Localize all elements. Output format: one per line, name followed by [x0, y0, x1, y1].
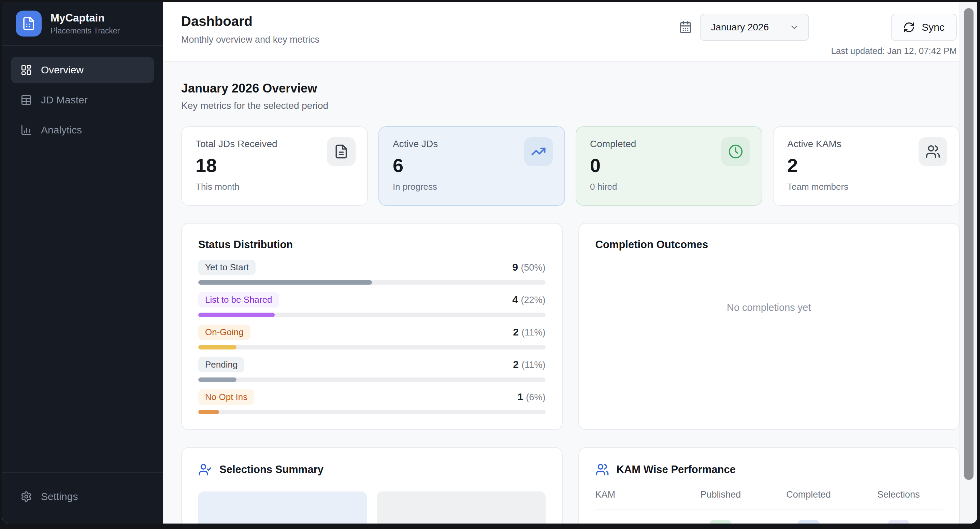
kam-performance-panel: KAM Wise Performance KAM Published Compl… — [578, 447, 960, 524]
column-header-completed: Completed — [762, 489, 854, 510]
column-header-selections: Selections — [854, 489, 942, 510]
users-icon — [595, 463, 609, 476]
file-text-icon — [327, 137, 356, 166]
completed-badge: 0 — [798, 520, 819, 524]
status-bar-fill — [198, 410, 219, 414]
sidebar-item-overview[interactable]: Overview — [11, 57, 154, 83]
status-bar-track — [198, 312, 546, 317]
status-bar-fill — [198, 280, 372, 285]
status-value: 1 (6%) — [517, 391, 545, 403]
status-value: 9 (50%) — [512, 261, 545, 273]
user-check-icon — [198, 463, 212, 476]
overview-title: January 2026 Overview — [181, 81, 959, 96]
metric-card-total-jds: Total JDs Received 18 This month — [181, 126, 368, 206]
sidebar-nav: Overview JD Master Analytics — [2, 46, 163, 472]
status-row: Pending 2 (11%) — [198, 357, 546, 382]
status-badge: On-Going — [198, 325, 250, 340]
selections-summary-panel: Selections Summary 0 Total Selections 0 … — [181, 447, 563, 524]
metric-cards-row: Total JDs Received 18 This month Active … — [181, 126, 959, 206]
metric-footnote: Team members — [787, 182, 945, 193]
metric-card-completed: Completed 0 0 hired — [576, 126, 762, 206]
calendar-icon — [679, 21, 692, 34]
month-select-value: January 2026 — [711, 22, 769, 33]
metric-footnote: 0 hired — [590, 182, 748, 193]
empty-state-text: No completions yet — [595, 302, 943, 313]
status-bar-track — [198, 280, 546, 285]
kam-table: KAM Published Completed Selections Sanch… — [595, 489, 943, 524]
status-bar-fill — [198, 378, 237, 382]
layout-dashboard-icon — [21, 64, 32, 76]
status-badge: List to be Shared — [198, 292, 279, 308]
brand-header: MyCaptain Placements Tracker — [2, 2, 163, 46]
page-subtitle: Monthly overview and key metrics — [181, 35, 320, 45]
table-row: Sanchari 9 0 0 — [595, 510, 943, 524]
tile-value: 0 — [198, 521, 367, 524]
status-row: List to be Shared 4 (22%) — [198, 292, 546, 317]
main-area: Dashboard Monthly overview and key metri… — [163, 2, 977, 524]
status-distribution-panel: Status Distribution Yet to Start 9 (50%) — [181, 223, 563, 430]
header-controls: January 2026 Sync Last updated: Jan 12, … — [679, 14, 957, 61]
trending-up-icon — [524, 137, 553, 166]
status-badge: No Opt Ins — [198, 389, 254, 405]
status-bar-track — [198, 410, 546, 414]
month-select[interactable]: January 2026 — [700, 14, 809, 41]
sidebar-footer: Settings — [2, 472, 163, 524]
scrollbar-track[interactable] — [959, 2, 977, 524]
sidebar-item-label: JD Master — [41, 94, 88, 106]
metric-card-active-jds: Active JDs 6 In progress — [379, 126, 565, 206]
panel-title: Selections Summary — [220, 464, 323, 476]
gear-icon — [21, 491, 32, 502]
brand-logo-icon — [16, 11, 41, 37]
brand-subtitle: Placements Tracker — [51, 26, 120, 35]
status-value: 2 (11%) — [513, 359, 545, 370]
overview-subtitle: Key metrics for the selected period — [181, 100, 959, 111]
sync-label: Sync — [922, 21, 945, 33]
status-value: 4 (22%) — [512, 294, 545, 306]
status-bar-fill — [198, 312, 275, 317]
sidebar-item-settings[interactable]: Settings — [11, 483, 154, 510]
bar-chart-icon — [21, 124, 32, 136]
sidebar: MyCaptain Placements Tracker Overview JD… — [2, 2, 163, 524]
brand-name: MyCaptain — [51, 12, 120, 24]
tile-value: 0 — [377, 521, 546, 524]
scrollbar-thumb[interactable] — [964, 8, 974, 480]
jds-with-selections-tile: 0 JDs with Selections — [377, 491, 546, 524]
kam-name: Sanchari — [595, 510, 679, 524]
panel-title: KAM Wise Performance — [617, 464, 736, 476]
status-bar-track — [198, 378, 546, 382]
metric-footnote: This month — [196, 182, 353, 193]
status-row: No Opt Ins 1 (6%) — [198, 389, 546, 414]
status-badge: Yet to Start — [198, 260, 256, 275]
sidebar-item-analytics[interactable]: Analytics — [11, 117, 154, 143]
page-title: Dashboard — [181, 14, 320, 29]
last-updated-text: Last updated: Jan 12, 07:42 PM — [831, 46, 957, 56]
users-icon — [919, 137, 947, 166]
column-header-published: Published — [679, 489, 762, 510]
table-icon — [21, 94, 32, 106]
chevron-down-icon — [789, 22, 800, 32]
status-bar-fill — [198, 345, 237, 349]
total-selections-tile: 0 Total Selections — [198, 491, 367, 524]
dashboard-content: January 2026 Overview Key metrics for th… — [163, 62, 977, 524]
published-badge: 9 — [710, 520, 731, 524]
refresh-icon — [903, 21, 915, 33]
completion-outcomes-panel: Completion Outcomes No completions yet — [578, 223, 960, 430]
status-row: On-Going 2 (11%) — [198, 325, 546, 349]
sidebar-item-label: Settings — [41, 491, 78, 502]
status-bar-track — [198, 345, 546, 349]
status-row: Yet to Start 9 (50%) — [198, 260, 546, 285]
sidebar-item-jd-master[interactable]: JD Master — [11, 87, 154, 113]
sidebar-item-label: Analytics — [41, 124, 82, 136]
sidebar-item-label: Overview — [41, 64, 84, 76]
status-value: 2 (11%) — [513, 326, 545, 338]
page-header: Dashboard Monthly overview and key metri… — [163, 2, 977, 62]
sync-button[interactable]: Sync — [891, 14, 957, 41]
panel-title: Status Distribution — [198, 239, 546, 251]
metric-footnote: In progress — [393, 182, 551, 193]
metric-card-active-kams: Active KAMs 2 Team members — [773, 126, 959, 206]
status-badge: Pending — [198, 357, 244, 372]
column-header-kam: KAM — [595, 489, 679, 510]
panel-title: Completion Outcomes — [595, 239, 943, 251]
selections-badge: 0 — [888, 520, 909, 524]
app-window: MyCaptain Placements Tracker Overview JD… — [2, 2, 977, 524]
